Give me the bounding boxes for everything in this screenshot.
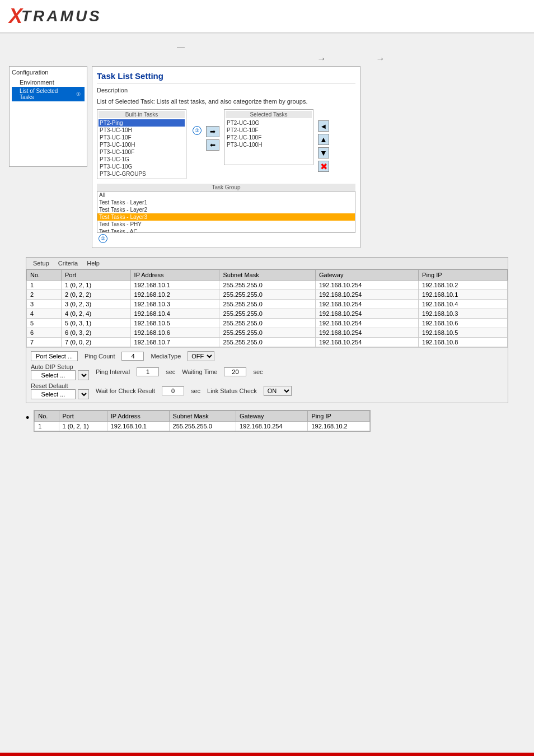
builtin-tasks-title: Built-in Tasks xyxy=(99,111,185,118)
cell-port: 7 (0, 0, 2) xyxy=(61,338,130,347)
table-row[interactable]: 3 3 (0, 2, 3) 192.168.10.3 255.255.255.0… xyxy=(27,300,508,309)
link-status-select[interactable]: ON OFF xyxy=(264,386,292,396)
waiting-time-input[interactable] xyxy=(224,367,246,376)
small-cell-subnet: 255.255.255.0 xyxy=(169,422,236,431)
move-up-button[interactable]: ▲ xyxy=(318,134,329,145)
builtin-tasks-box: Built-in Tasks PT2-Ping PT3-UC-10H PT3-U… xyxy=(97,109,186,179)
small-table-row[interactable]: 1 1 (0, 2, 1) 192.168.10.1 255.255.255.0… xyxy=(35,422,370,431)
builtin-task-uc10h[interactable]: PT3-UC-10H xyxy=(99,127,185,134)
cell-subnet: 255.255.255.0 xyxy=(219,281,316,290)
cell-ip: 192.168.10.7 xyxy=(130,338,219,347)
task-panel: Task List Setting Description List of Se… xyxy=(92,66,360,248)
bullet-point: • xyxy=(26,412,29,424)
group-layer2[interactable]: Test Tasks - Layer2 xyxy=(97,206,355,213)
scroll-top-button[interactable]: ◀ xyxy=(318,120,329,132)
table-row[interactable]: 7 7 (0, 0, 2) 192.168.10.7 255.255.255.0… xyxy=(27,338,508,347)
cell-ping-ip: 192.168.10.1 xyxy=(419,290,508,300)
group-ac[interactable]: Test Tasks - AC xyxy=(97,228,355,233)
task-group-box: All Test Tasks - Layer1 Test Tasks - Lay… xyxy=(97,191,355,233)
col-ping-ip: Ping IP xyxy=(419,270,508,281)
small-col-no: No. xyxy=(35,411,59,422)
wait-check-label: Wait for Check Result xyxy=(96,388,155,394)
small-cell-ip: 192.168.10.1 xyxy=(107,422,169,431)
selected-task-uc100f[interactable]: PT2-UC-100F xyxy=(226,134,312,141)
select-wrapper1: Select ... ▼ xyxy=(31,370,89,380)
group-layer1[interactable]: Test Tasks - Layer1 xyxy=(97,199,355,206)
wait-check-unit: sec xyxy=(191,388,200,394)
select-button2[interactable]: Select ... xyxy=(31,389,76,399)
small-col-gateway: Gateway xyxy=(236,411,308,422)
cell-subnet: 255.255.255.0 xyxy=(219,290,316,300)
waiting-time-unit: sec xyxy=(253,368,263,375)
reset-select[interactable]: ▼ xyxy=(78,389,89,399)
builtin-task-ping[interactable]: PT2-Ping xyxy=(99,119,185,127)
col-gateway: Gateway xyxy=(315,270,418,281)
cell-subnet: 255.255.255.0 xyxy=(219,338,316,347)
builtin-task-uc100f[interactable]: PT3-UC-100F xyxy=(99,148,185,156)
group-phy[interactable]: Test Tasks - PHY xyxy=(97,221,355,228)
auto-dip-select[interactable]: ▼ xyxy=(78,370,89,380)
builtin-task-uc10g[interactable]: PT3-UC-10G xyxy=(99,163,185,170)
media-type-select-wrapper: OFF ON xyxy=(188,351,214,361)
selected-task-uc10f[interactable]: PT2-UC-10F xyxy=(226,127,312,134)
selected-task-uc100h[interactable]: PT3-UC-100H xyxy=(226,141,312,148)
cell-ip: 192.168.10.1 xyxy=(130,281,219,290)
group-layer3[interactable]: Test Tasks - Layer3 xyxy=(97,213,355,221)
cell-no: 3 xyxy=(27,300,62,309)
config-selected-tasks[interactable]: List of Selected Tasks ① xyxy=(12,87,85,101)
right-controls: ◀ ▲ ▼ ✖ xyxy=(318,120,329,172)
builtin-task-uc100h[interactable]: PT3-UC-100H xyxy=(99,141,185,148)
cell-ip: 192.168.10.2 xyxy=(130,290,219,300)
cell-gateway: 192.168.10.254 xyxy=(315,309,418,319)
menu-setup[interactable]: Setup xyxy=(29,259,54,268)
select-button1[interactable]: Select ... xyxy=(31,370,76,380)
table-row[interactable]: 1 1 (0, 2, 1) 192.168.10.1 255.255.255.0… xyxy=(27,281,508,290)
top-section: Configuration Environment List of Select… xyxy=(9,66,525,248)
cell-gateway: 192.168.10.254 xyxy=(315,281,418,290)
builtin-task-uc1g[interactable]: PT3-UC-1G xyxy=(99,156,185,163)
builtin-task-uc10f[interactable]: PT3-UC-10F xyxy=(99,134,185,141)
table-row[interactable]: 2 2 (0, 2, 2) 192.168.10.2 255.255.255.0… xyxy=(27,290,508,300)
logo-text: TRAMUS xyxy=(21,7,102,25)
small-col-ping-ip: Ping IP xyxy=(308,411,370,422)
main-table: No. Port IP Address Subnet Mask Gateway … xyxy=(26,269,508,347)
table-row[interactable]: 4 4 (0, 2, 4) 192.168.10.4 255.255.255.0… xyxy=(27,309,508,319)
delete-button[interactable]: ✖ xyxy=(318,161,329,172)
menu-criteria[interactable]: Criteria xyxy=(54,259,82,268)
media-type-select[interactable]: OFF ON xyxy=(188,351,214,361)
wait-check-input[interactable] xyxy=(162,386,184,395)
cell-ip: 192.168.10.5 xyxy=(130,319,219,328)
menu-help[interactable]: Help xyxy=(82,259,104,268)
main-content: — → → Configuration Environment List of … xyxy=(0,34,534,446)
move-down-button[interactable]: ▼ xyxy=(318,147,329,158)
builtin-tasks-section: Built-in Tasks PT2-Ping PT3-UC-10H PT3-U… xyxy=(97,109,186,179)
small-cell-gateway: 192.168.10.254 xyxy=(236,422,308,431)
col-ip: IP Address xyxy=(130,270,219,281)
add-task-button[interactable]: ➡ xyxy=(206,126,219,137)
table-row[interactable]: 6 6 (0, 3, 2) 192.168.10.6 255.255.255.0… xyxy=(27,328,508,338)
logo-x: X xyxy=(9,4,21,28)
remove-task-button[interactable]: ⬅ xyxy=(206,139,219,151)
cell-no: 4 xyxy=(27,309,62,319)
ping-interval-input[interactable] xyxy=(137,367,159,376)
cell-no: 1 xyxy=(27,281,62,290)
table-row[interactable]: 5 5 (0, 3, 1) 192.168.10.5 255.255.255.0… xyxy=(27,319,508,328)
bullet-section: • No. Port IP Address Subnet Mask Gatewa… xyxy=(26,410,508,432)
bottom-controls: Port Select ... Ping Count MediaType OFF… xyxy=(26,347,508,403)
cell-ping-ip: 192.168.10.3 xyxy=(419,309,508,319)
waiting-time-label: Waiting Time xyxy=(182,368,217,375)
builtin-task-ucgroups[interactable]: PT3-UC-GROUPS xyxy=(99,170,185,178)
config-environment[interactable]: Environment xyxy=(12,78,85,87)
ping-count-input[interactable] xyxy=(121,352,144,361)
cell-port: 3 (0, 2, 3) xyxy=(61,300,130,309)
cell-ip: 192.168.10.3 xyxy=(130,300,219,309)
selected-task-uc10g[interactable]: PT2-UC-10G xyxy=(226,119,312,127)
auto-dip-section: Auto DIP Setup Select ... ▼ xyxy=(31,363,89,380)
group-all[interactable]: All xyxy=(97,192,355,199)
setup-menu: Setup Criteria Help xyxy=(26,258,508,269)
cell-ping-ip: 192.168.10.6 xyxy=(419,319,508,328)
cell-gateway: 192.168.10.254 xyxy=(315,319,418,328)
red-bottom-bar xyxy=(0,753,534,756)
port-select-button[interactable]: Port Select ... xyxy=(31,351,78,361)
task-description-text: List of Selected Task: Lists all test ta… xyxy=(97,98,355,105)
